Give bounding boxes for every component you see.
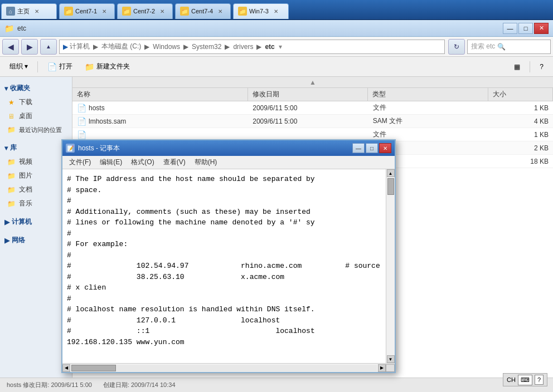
- taskbar: ⌂ 主页 ✕ 📁 Cent7-1 ✕ 📁 Cent7-2 ✕ 📁 Cent7-4…: [0, 0, 553, 20]
- tab-cent7-2-close[interactable]: ✕: [158, 7, 166, 15]
- address-bar: ◀ ▶ ▲ ▶ 计算机 ▶ 本地磁盘 (C:) ▶ Windows ▶ Syst…: [0, 37, 553, 57]
- ime-keyboard-button[interactable]: ⌨: [518, 375, 532, 385]
- col-header-name[interactable]: 名称: [72, 88, 248, 101]
- tab-cent7-1[interactable]: 📁 Cent7-1 ✕: [59, 3, 115, 19]
- pictures-icon: 📁: [7, 171, 16, 180]
- favorites-label: 收藏夹: [10, 84, 30, 93]
- scrollbar-up-button[interactable]: ▲: [387, 169, 395, 177]
- file-size-lmhosts: 4 KB: [488, 117, 553, 125]
- tab-cent7-2[interactable]: 📁 Cent7-2 ✕: [117, 3, 173, 19]
- desktop-icon: 🖥: [7, 112, 16, 121]
- toolbar-separator-1: [37, 61, 38, 72]
- breadcrumb-arrow3: ▶: [183, 43, 188, 51]
- hscrollbar-right-button[interactable]: ▶: [378, 364, 386, 372]
- ime-bar: CH ⌨ ?: [503, 373, 547, 386]
- search-placeholder: 搜索 etc: [471, 42, 495, 51]
- breadcrumb-windows: Windows: [153, 43, 180, 51]
- new-folder-button[interactable]: 📁 新建文件夹: [80, 59, 135, 75]
- menu-view[interactable]: 查看(V): [159, 156, 190, 168]
- download-icon: ★: [7, 98, 16, 107]
- sidebar-item-download-label: 下载: [19, 97, 32, 107]
- sort-indicator: ▲: [72, 77, 553, 88]
- notepad-content-area: # The IP address and the host name shoul…: [62, 169, 395, 363]
- scrollbar-thumb[interactable]: [387, 178, 394, 195]
- title-bar-controls: — □ ✕: [503, 23, 549, 34]
- file-date-hosts: 2009/6/11 5:00: [248, 104, 368, 112]
- cent7-4-icon: 📁: [180, 7, 189, 16]
- close-button[interactable]: ✕: [534, 23, 549, 34]
- file-size-5: 18 KB: [488, 158, 553, 165]
- search-box[interactable]: 搜索 etc 🔍: [467, 40, 551, 54]
- video-icon: 📁: [7, 158, 16, 166]
- open-label: 打开: [59, 62, 72, 71]
- menu-file[interactable]: 文件(F): [65, 156, 95, 168]
- file-name-3: 📄: [72, 130, 248, 139]
- hosts-file-icon: 📄: [77, 104, 86, 112]
- breadcrumb-drivers: drivers: [233, 43, 253, 51]
- file3-icon: 📄: [77, 130, 86, 139]
- breadcrumb[interactable]: ▶ 计算机 ▶ 本地磁盘 (C:) ▶ Windows ▶ System32 ▶…: [59, 40, 445, 54]
- tab-cent7-2-label: Cent7-2: [133, 8, 155, 14]
- menu-help[interactable]: 帮助(H): [190, 156, 222, 168]
- hscrollbar-thumb[interactable]: [71, 365, 116, 371]
- tab-cent7-4-close[interactable]: ✕: [216, 7, 224, 15]
- col-header-size[interactable]: 大小: [488, 88, 553, 101]
- help-button[interactable]: ?: [535, 59, 549, 75]
- tab-home[interactable]: ⌂ 主页 ✕: [1, 3, 57, 19]
- recent-icon: 📁: [7, 125, 16, 134]
- notepad-close-button[interactable]: ✕: [379, 143, 391, 153]
- notepad-maximize-button[interactable]: □: [366, 143, 378, 153]
- organize-button[interactable]: 组织 ▾: [4, 59, 33, 75]
- network-chevron-icon: ▶: [4, 237, 9, 244]
- menu-format[interactable]: 格式(O): [127, 156, 158, 168]
- win7-3-icon: 📁: [238, 7, 247, 16]
- tab-cent7-1-close[interactable]: ✕: [100, 7, 108, 15]
- views-button[interactable]: ▦: [509, 59, 525, 75]
- notepad-minimize-button[interactable]: —: [352, 143, 365, 153]
- breadcrumb-system32: System32: [192, 43, 221, 51]
- status-file-info: hosts 修改日期: 2009/6/11 5:00: [7, 381, 92, 389]
- scrollbar-down-button[interactable]: ▼: [387, 355, 395, 363]
- sidebar-item-video-label: 视频: [19, 157, 32, 166]
- menu-edit[interactable]: 编辑(E): [95, 156, 127, 168]
- sidebar-item-recent-label: 最近访问的位置: [19, 126, 62, 134]
- tab-cent7-4[interactable]: 📁 Cent7-4 ✕: [175, 3, 231, 19]
- toolbar: 组织 ▾ 📄 打开 📁 新建文件夹 ▦ ?: [0, 57, 553, 77]
- file-item-hosts[interactable]: 📄 hosts 2009/6/11 5:00 文件 1 KB: [72, 101, 553, 115]
- music-icon: 📁: [7, 199, 16, 208]
- sidebar-favorites-header[interactable]: ▾ 收藏夹: [0, 81, 72, 95]
- hscrollbar-corner: [386, 364, 395, 372]
- tab-win7-3[interactable]: 📁 Win7-3 ✕: [233, 3, 289, 19]
- sidebar-item-music-label: 音乐: [19, 199, 32, 208]
- tab-win7-3-close[interactable]: ✕: [272, 7, 280, 15]
- views-icon: ▦: [514, 63, 520, 71]
- library-label: 库: [10, 143, 17, 153]
- open-button[interactable]: 📄 打开: [42, 59, 77, 75]
- sidebar-item-desktop[interactable]: 🖥 桌面: [0, 109, 72, 123]
- hscrollbar-track: [71, 365, 377, 371]
- new-folder-icon: 📁: [85, 62, 94, 71]
- file-size-3: 1 KB: [488, 131, 553, 139]
- tab-home-close[interactable]: ✕: [33, 7, 41, 15]
- col-header-type[interactable]: 类型: [368, 88, 488, 101]
- breadcrumb-arrow1: ▶: [93, 43, 98, 51]
- minimize-button[interactable]: —: [503, 23, 517, 34]
- maximize-button[interactable]: □: [518, 23, 533, 34]
- breadcrumb-computer[interactable]: ▶: [63, 43, 68, 51]
- notepad-icon: 📝: [66, 144, 75, 153]
- forward-button[interactable]: ▶: [21, 39, 38, 55]
- col-header-date[interactable]: 修改日期: [248, 88, 368, 101]
- up-button[interactable]: ▲: [40, 39, 57, 55]
- back-button[interactable]: ◀: [2, 39, 19, 55]
- sidebar-item-download[interactable]: ★ 下载: [0, 95, 72, 109]
- hscrollbar-left-button[interactable]: ◀: [62, 364, 70, 372]
- sidebar-item-desktop-label: 桌面: [19, 111, 32, 121]
- sidebar-item-recent[interactable]: 📁 最近访问的位置: [0, 123, 72, 136]
- file-item-lmhosts[interactable]: 📄 lmhosts.sam 2009/6/11 5:00 SAM 文件 4 KB: [72, 115, 553, 128]
- ime-label: CH: [507, 376, 516, 383]
- notepad-textarea[interactable]: # The IP address and the host name shoul…: [62, 169, 386, 363]
- refresh-button[interactable]: ↻: [448, 39, 465, 55]
- search-icon[interactable]: 🔍: [497, 43, 506, 51]
- ime-help-button[interactable]: ?: [535, 375, 544, 385]
- breadcrumb-dropdown[interactable]: ▾: [279, 43, 282, 51]
